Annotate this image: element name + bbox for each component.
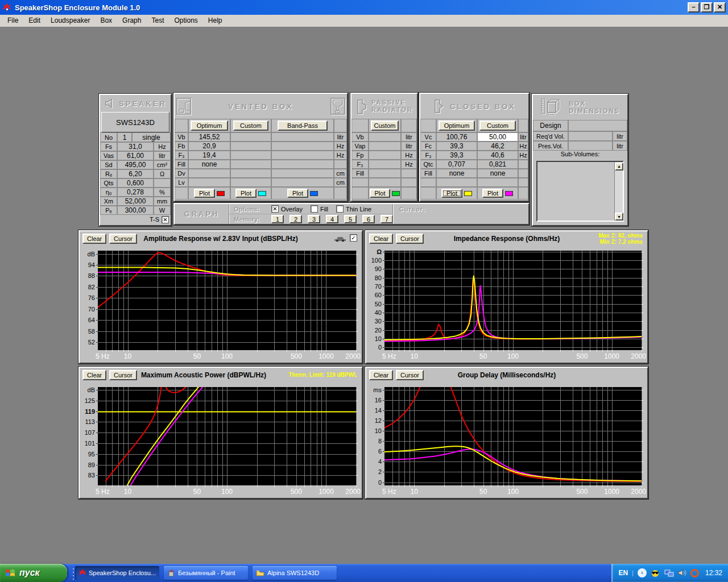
- memory-button-3[interactable]: 3: [308, 215, 320, 223]
- vented-bandpass-value[interactable]: [271, 151, 334, 160]
- vented-bandpass-value[interactable]: [271, 132, 334, 142]
- closed-optimum-value[interactable]: 39,3: [436, 151, 477, 160]
- vented-custom-plot-button[interactable]: Plot: [235, 189, 257, 198]
- menu-edit[interactable]: Edit: [23, 15, 46, 27]
- vented-optimum-value[interactable]: [188, 169, 230, 178]
- closed-optimum-value[interactable]: none: [436, 169, 477, 178]
- vented-optimum-value[interactable]: 19,4: [188, 151, 230, 160]
- vented-optimum-value[interactable]: 145,52: [188, 132, 230, 142]
- memory-button-7[interactable]: 7: [380, 215, 393, 223]
- closed-custom-value[interactable]: none: [477, 169, 518, 178]
- closed-custom-value-field[interactable]: 50,00: [477, 132, 518, 142]
- pr-value[interactable]: [369, 132, 401, 142]
- pres-vol-value[interactable]: [568, 141, 613, 151]
- pr-value[interactable]: [369, 178, 401, 187]
- volume-tray-icon[interactable]: [678, 569, 686, 577]
- qip-tray-icon[interactable]: [651, 569, 660, 577]
- close-button[interactable]: ✕: [714, 2, 726, 13]
- menu-graph[interactable]: Graph: [117, 15, 146, 27]
- pr-plot-button[interactable]: Plot: [370, 189, 391, 198]
- pr-value[interactable]: [369, 151, 401, 160]
- memory-button-5[interactable]: 5: [344, 215, 357, 223]
- pr-value[interactable]: [369, 160, 401, 169]
- menu-box[interactable]: Box: [95, 15, 117, 27]
- tray-collapse-chevron[interactable]: ‹: [638, 568, 647, 577]
- vented-custom-value[interactable]: [230, 169, 271, 178]
- closed-custom-value[interactable]: 40,6: [477, 151, 518, 160]
- memory-button-2[interactable]: 2: [289, 215, 302, 223]
- restore-button[interactable]: ❐: [701, 2, 713, 13]
- ts-checkbox[interactable]: [162, 216, 169, 223]
- vented-optimum-value[interactable]: [188, 178, 230, 187]
- closed-custom-plot-button[interactable]: Plot: [482, 189, 503, 198]
- taskbar-clock[interactable]: 12:32: [705, 569, 722, 577]
- param-value[interactable]: 300,00: [117, 206, 154, 215]
- closed-custom-value[interactable]: 46,2: [477, 142, 518, 151]
- closed-custom-button[interactable]: Custom: [479, 120, 516, 131]
- vented-bandpass-value[interactable]: [271, 160, 334, 169]
- vented-bandpass-value[interactable]: [271, 142, 334, 151]
- scroll-down-button[interactable]: ▼: [615, 213, 623, 221]
- vented-bandpass-value[interactable]: [271, 178, 334, 187]
- speaker-no-value[interactable]: 1: [117, 132, 132, 142]
- vented-optimum-plot-button[interactable]: Plot: [194, 189, 215, 198]
- vented-bandpass-button[interactable]: Band-Pass: [278, 120, 328, 131]
- vented-custom-value[interactable]: [230, 132, 271, 142]
- vented-custom-value[interactable]: [230, 178, 271, 187]
- fill-checkbox[interactable]: [311, 205, 318, 213]
- closed-optimum-value[interactable]: 39,3: [436, 142, 477, 151]
- param-value[interactable]: 0,278: [117, 188, 154, 197]
- param-value[interactable]: 0,600: [117, 178, 154, 188]
- vented-custom-value[interactable]: [230, 151, 271, 160]
- memory-button-6[interactable]: 6: [362, 215, 375, 223]
- task-alpina-folder[interactable]: Alpina SWS1243D: [253, 566, 337, 580]
- thin-line-checkbox[interactable]: [336, 205, 344, 213]
- closed-custom-value[interactable]: [477, 178, 518, 187]
- vented-optimum-value[interactable]: 20,9: [188, 142, 230, 151]
- design-value[interactable]: [568, 120, 627, 131]
- overlay-checkbox[interactable]: [271, 205, 279, 213]
- closed-custom-value[interactable]: 0,821: [477, 160, 518, 169]
- param-value[interactable]: 495,00: [117, 160, 154, 169]
- memory-button-1[interactable]: 1: [271, 215, 284, 223]
- speaker-mode[interactable]: single: [132, 132, 171, 142]
- minimize-button[interactable]: –: [688, 2, 700, 13]
- pr-value[interactable]: [369, 169, 401, 178]
- closed-optimum-value[interactable]: 100,76: [436, 132, 477, 142]
- param-value[interactable]: 52,000: [117, 197, 154, 206]
- vented-optimum-button[interactable]: Optimum: [191, 120, 228, 131]
- menu-help[interactable]: Help: [203, 15, 228, 27]
- closed-optimum-value[interactable]: [436, 178, 477, 187]
- closed-optimum-value[interactable]: 0,707: [436, 160, 477, 169]
- vented-bandpass-plot-button[interactable]: Plot: [287, 189, 308, 198]
- svg-text:1000: 1000: [318, 352, 334, 360]
- memory-button-4[interactable]: 4: [326, 215, 338, 223]
- vented-bandpass-value[interactable]: [271, 169, 334, 178]
- vented-custom-value[interactable]: [230, 160, 271, 169]
- car-checkbox[interactable]: [350, 234, 357, 242]
- scroll-up-button[interactable]: ▲: [615, 163, 623, 171]
- network-tray-icon[interactable]: [664, 569, 674, 577]
- agent-tray-icon[interactable]: [690, 569, 699, 577]
- task-speakershop[interactable]: SpeakerShop Enclosu...: [75, 566, 159, 580]
- pr-custom-button[interactable]: Custom: [371, 120, 399, 131]
- task-paint[interactable]: Безымянный - Paint: [164, 566, 248, 580]
- menu-file[interactable]: File: [2, 15, 23, 27]
- menu-options[interactable]: Options: [169, 15, 202, 27]
- start-button[interactable]: пуск: [0, 564, 67, 582]
- reqd-vol-value[interactable]: [568, 131, 613, 141]
- menu-test[interactable]: Test: [146, 15, 169, 27]
- language-indicator[interactable]: EN: [618, 569, 628, 577]
- closed-optimum-button[interactable]: Optimum: [439, 120, 475, 131]
- menu-loudspeaker[interactable]: Loudspeaker: [46, 15, 95, 27]
- closed-optimum-plot-button[interactable]: Plot: [441, 189, 462, 198]
- vented-custom-value[interactable]: [230, 142, 271, 151]
- param-value[interactable]: 6,20: [117, 169, 154, 178]
- param-value[interactable]: 31,0: [117, 142, 154, 151]
- param-unit: Ω: [154, 169, 171, 178]
- vented-custom-button[interactable]: Custom: [233, 120, 268, 131]
- sub-volumes-list[interactable]: ▲ ▼: [536, 161, 624, 222]
- vented-optimum-value[interactable]: none: [188, 160, 230, 169]
- param-value[interactable]: 61,00: [117, 151, 154, 160]
- pr-value[interactable]: [369, 142, 401, 151]
